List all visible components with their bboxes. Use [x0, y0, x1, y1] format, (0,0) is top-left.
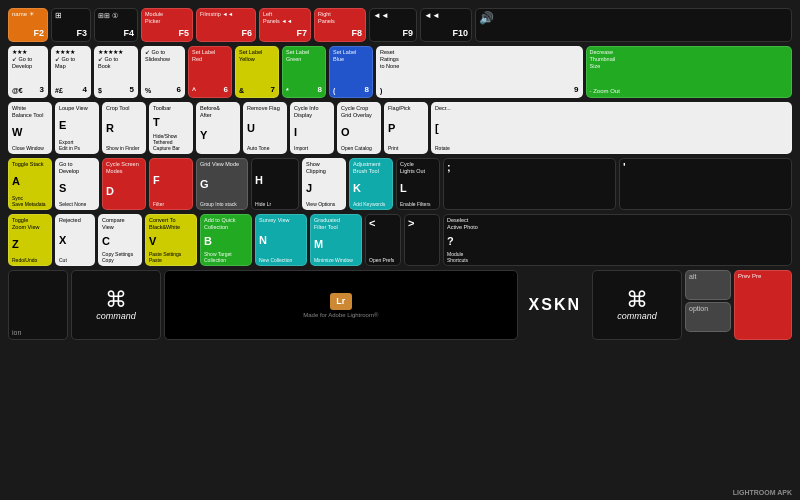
key-x[interactable]: Rejected X Cut — [55, 214, 95, 266]
spacebar-center[interactable]: Lr Made for Adobe Lightroom® — [164, 270, 518, 340]
key-b[interactable]: Add to QuickCollection B Show TargetColl… — [200, 214, 252, 266]
key-z[interactable]: ToggleZoom View Z Redo/Undo — [8, 214, 52, 266]
key-num-8-label-green[interactable]: Set LabelGreen * 8 — [282, 46, 326, 98]
key-r[interactable]: Crop Tool R Show in Finder — [102, 102, 146, 154]
left-command-label: command — [96, 311, 136, 322]
key-a[interactable]: Toggle Stack A SyncSave Metadata — [8, 158, 52, 210]
key-left-command[interactable]: ⌘ command — [71, 270, 161, 340]
key-t[interactable]: Toolbar T Hide/ShowTetheredCapture Bar — [149, 102, 193, 154]
key-m[interactable]: GraduatedFilter Tool M Minimize Window — [310, 214, 362, 266]
key-quote[interactable]: ' — [619, 158, 792, 210]
key-i[interactable]: Cycle InfoDisplay I Import — [290, 102, 334, 154]
key-s[interactable]: Go toDevelop S Select None — [55, 158, 99, 210]
key-lessthan[interactable]: < Open Prefs — [365, 214, 401, 266]
key-right-command[interactable]: ⌘ command — [592, 270, 682, 340]
key-d[interactable]: Cycle ScreenModes D — [102, 158, 146, 210]
key-g[interactable]: Grid View Mode G Group Into stack — [196, 158, 248, 210]
key-h[interactable]: H Hide Lr — [251, 158, 299, 210]
key-f9[interactable]: ◄◄ F9 — [369, 8, 417, 42]
watermark-label: LIGHTROOM APK — [733, 489, 792, 496]
key-prev[interactable]: Prev Pre — [734, 270, 792, 340]
key-semicolon[interactable]: ; — [443, 158, 616, 210]
key-num-6-slideshow[interactable]: ↙ Go toSlideshow % 6 — [141, 46, 185, 98]
brand-label: XSKN — [529, 296, 581, 314]
made-for-label: Made for Adobe Lightroom® — [303, 312, 378, 318]
key-f2[interactable]: name ☀ F2 — [8, 8, 48, 42]
key-v[interactable]: Convert ToBlack&White V Paste SettingsPa… — [145, 214, 197, 266]
key-f7-left-panels[interactable]: LeftPanels ◄◄ F7 — [259, 8, 311, 42]
bottom-row: ion ⌘ command Lr Made for Adobe Lightroo… — [8, 270, 792, 340]
key-f[interactable]: F Filter — [149, 158, 193, 210]
number-key-row: ★★★↙ Go toDevelop @€ 3 ★★★★↙ Go toMap #£… — [8, 46, 792, 98]
right-modifiers: alt option — [685, 270, 731, 340]
key-volume[interactable]: 🔊 — [475, 8, 792, 42]
alt-label: alt — [689, 273, 727, 281]
key-e[interactable]: Loupe View E ExportEdit in Ps — [55, 102, 99, 154]
key-f6-filmstrip[interactable]: Filmstrip ◄◄ F6 — [196, 8, 256, 42]
key-w[interactable]: WhiteBalance Tool W Close Window — [8, 102, 52, 154]
key-left-misc[interactable]: ion — [8, 270, 68, 340]
right-command-label: command — [617, 311, 657, 322]
key-num-at[interactable]: ★★★↙ Go toDevelop @€ 3 — [8, 46, 48, 98]
prev-label: Prev Pre — [738, 273, 788, 280]
key-j[interactable]: ShowClipping J View Options — [302, 158, 346, 210]
key-question[interactable]: DeselectActive Photo ? ModuleShortcuts — [443, 214, 792, 266]
qwerty-row: WhiteBalance Tool W Close Window Loupe V… — [8, 102, 792, 154]
key-l[interactable]: CycleLights Out L Enable Filters — [396, 158, 440, 210]
lr-badge: Lr — [330, 293, 352, 310]
function-key-row: name ☀ F2 ⊞ F3 ⊞⊞ ① F4 ModulePicker F5 F… — [8, 8, 792, 42]
key-alt[interactable]: alt — [685, 270, 731, 300]
key-num-0-decrease[interactable]: DecreaseThumbnailSize - Zoom Out — [586, 46, 793, 98]
key-num-hash[interactable]: ★★★★↙ Go toMap #£ 4 — [51, 46, 91, 98]
key-o[interactable]: Cycle CropGrid Overlay O Open Catalog — [337, 102, 381, 154]
key-bracket-open[interactable]: Decr... [ Rotate — [431, 102, 792, 154]
option-label: option — [689, 305, 727, 313]
key-f10[interactable]: ◄◄ F10 — [420, 8, 472, 42]
key-f5-module-picker[interactable]: ModulePicker F5 — [141, 8, 193, 42]
key-option[interactable]: option — [685, 302, 731, 332]
key-num-6-label-red[interactable]: Set LabelRed ^ 6 — [188, 46, 232, 98]
xskn-brand: XSKN — [521, 270, 589, 340]
keyboard-container: name ☀ F2 ⊞ F3 ⊞⊞ ① F4 ModulePicker F5 F… — [0, 0, 800, 500]
key-u[interactable]: Remove Flag U Auto Tone — [243, 102, 287, 154]
key-num-7-label-yellow[interactable]: Set LabelYellow & 7 — [235, 46, 279, 98]
key-n[interactable]: Survey View N New Collection — [255, 214, 307, 266]
key-c[interactable]: CompareView C Copy SettingsCopy — [98, 214, 142, 266]
key-num-5[interactable]: ★★★★★↙ Go toBook $ 5 — [94, 46, 138, 98]
key-k[interactable]: AdjustmentBrush Tool K Add Keywords — [349, 158, 393, 210]
key-num-9-reset[interactable]: ResetRatingsto None ) 9 — [376, 46, 583, 98]
key-p[interactable]: Flag/Pick P Print — [384, 102, 428, 154]
zxcv-row: ToggleZoom View Z Redo/Undo Rejected X C… — [8, 214, 792, 266]
asdf-row: Toggle Stack A SyncSave Metadata Go toDe… — [8, 158, 792, 210]
key-num-8-label-blue[interactable]: Set LabelBlue ( 8 — [329, 46, 373, 98]
key-f8-right-panels[interactable]: RightPanels F8 — [314, 8, 366, 42]
key-greaterthan[interactable]: > — [404, 214, 440, 266]
key-f4[interactable]: ⊞⊞ ① F4 — [94, 8, 138, 42]
key-y[interactable]: Before&After Y — [196, 102, 240, 154]
key-f3[interactable]: ⊞ F3 — [51, 8, 91, 42]
